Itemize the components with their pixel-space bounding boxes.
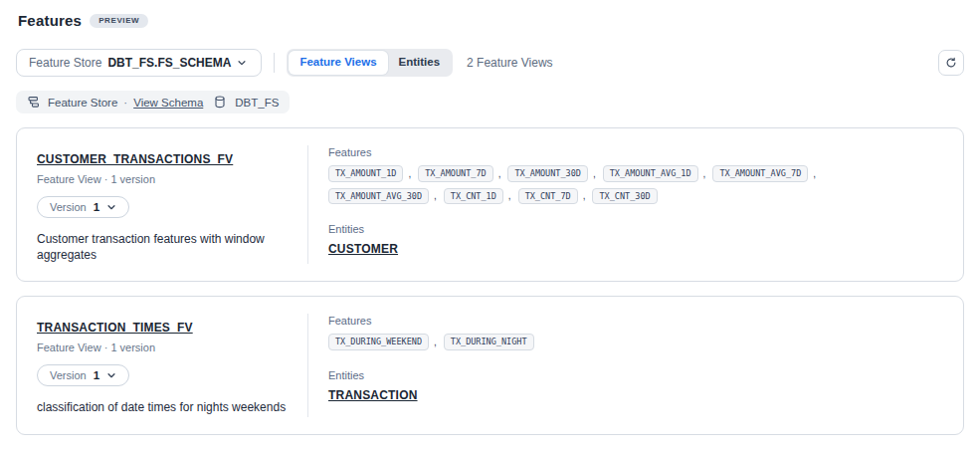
breadcrumb-separator: · — [123, 97, 127, 109]
feature-chip-item: TX_AMOUNT_AVG_1D, — [603, 165, 706, 182]
feature-view-title-link[interactable]: CUSTOMER_TRANSACTIONS_FV — [37, 152, 233, 166]
breadcrumb-database-name: DBT_FS — [235, 97, 279, 109]
tab-entities[interactable]: Entities — [388, 51, 452, 75]
features-section-label: Features — [328, 146, 939, 158]
feature-chip: TX_AMOUNT_7D — [418, 165, 492, 182]
card-details: Features TX_DURING_WEEKEND,TX_DURING_NIG… — [308, 297, 963, 433]
feature-chip: TX_DURING_NIGHT — [444, 334, 534, 350]
card-summary: CUSTOMER_TRANSACTIONS_FV Feature View · … — [17, 128, 307, 281]
chevron-down-icon — [106, 202, 116, 212]
version-selector[interactable]: Version 1 — [37, 364, 129, 386]
chip-separator: , — [434, 337, 437, 347]
feature-chip: TX_AMOUNT_1D — [328, 165, 403, 182]
feature-chip: TX_CNT_30D — [592, 188, 657, 205]
feature-chip-item: TX_AMOUNT_AVG_30D, — [328, 188, 437, 205]
feature-view-title-link[interactable]: TRANSACTION_TIMES_FV — [37, 321, 193, 335]
breadcrumb: Feature Store · View Schema DBT_FS — [16, 91, 290, 114]
feature-chip-item: TX_DURING_WEEKEND, — [328, 334, 437, 350]
chip-separator: , — [703, 168, 706, 179]
feature-chip: TX_CNT_7D — [518, 188, 578, 205]
toolbar-divider — [274, 53, 275, 73]
chip-separator: , — [498, 168, 501, 179]
feature-chip-list: TX_DURING_WEEKEND,TX_DURING_NIGHT — [328, 334, 925, 350]
refresh-button[interactable] — [938, 50, 964, 76]
entities-section: Entities TRANSACTION — [328, 369, 939, 403]
chevron-down-icon — [106, 370, 116, 380]
breadcrumb-store-label: Feature Store — [48, 97, 117, 109]
feature-view-cards: CUSTOMER_TRANSACTIONS_FV Feature View · … — [16, 127, 964, 435]
feature-view-card-transaction-times: TRANSACTION_TIMES_FV Feature View · 1 ve… — [16, 296, 964, 434]
view-schema-link[interactable]: View Schema — [133, 97, 203, 109]
database-icon — [214, 96, 226, 109]
chip-separator: , — [593, 168, 596, 179]
feature-chip: TX_AMOUNT_AVG_7D — [712, 165, 808, 182]
chip-separator: , — [813, 168, 816, 179]
version-value: 1 — [94, 201, 99, 213]
entities-section: Entities CUSTOMER — [328, 223, 939, 257]
feature-chip-item: TX_CNT_30D — [592, 188, 657, 205]
feature-store-hierarchy-icon — [27, 96, 40, 109]
tab-feature-views[interactable]: Feature Views — [289, 51, 387, 75]
chip-separator: , — [434, 190, 437, 201]
chip-separator: , — [583, 190, 586, 201]
feature-chip-list: TX_AMOUNT_1D,TX_AMOUNT_7D,TX_AMOUNT_30D,… — [328, 165, 925, 204]
feature-chip-item: TX_AMOUNT_30D, — [507, 165, 595, 182]
feature-chip: TX_AMOUNT_30D — [507, 165, 588, 182]
toolbar: Feature Store DBT_FS.FS_SCHEMA Feature V… — [16, 49, 964, 77]
feature-chip: TX_DURING_WEEKEND — [328, 334, 429, 350]
feature-chip-item: TX_AMOUNT_AVG_7D, — [712, 165, 816, 182]
page-title: Features — [18, 12, 82, 29]
entities-section-label: Entities — [328, 223, 939, 235]
features-page: Features PREVIEW Feature Store DBT_FS.FS… — [0, 0, 980, 445]
version-label: Version — [50, 201, 87, 213]
chip-separator: , — [508, 190, 511, 201]
feature-views-count: 2 Feature Views — [467, 56, 553, 70]
feature-store-select[interactable]: Feature Store DBT_FS.FS_SCHEMA — [16, 49, 262, 77]
feature-chip-item: TX_DURING_NIGHT — [444, 334, 534, 350]
feature-view-description: classification of date times for nights … — [37, 399, 288, 415]
feature-chip-item: TX_CNT_1D, — [444, 188, 511, 205]
entities-section-label: Entities — [328, 369, 939, 381]
page-header: Features PREVIEW — [18, 12, 964, 29]
feature-chip-item: TX_CNT_7D, — [518, 188, 586, 205]
refresh-icon — [945, 57, 957, 69]
feature-store-select-label: Feature Store — [29, 56, 101, 70]
entity-link[interactable]: CUSTOMER — [328, 242, 398, 256]
feature-chip: TX_AMOUNT_AVG_30D — [328, 188, 429, 205]
card-summary: TRANSACTION_TIMES_FV Feature View · 1 ve… — [17, 297, 307, 433]
feature-view-meta: Feature View · 1 version — [37, 173, 288, 185]
version-selector[interactable]: Version 1 — [37, 196, 129, 218]
preview-badge: PREVIEW — [90, 14, 148, 28]
feature-store-select-value: DBT_FS.FS_SCHEMA — [107, 56, 231, 70]
feature-view-description: Customer transaction features with windo… — [37, 231, 288, 263]
feature-chip: TX_CNT_1D — [444, 188, 503, 205]
feature-chip-item: TX_AMOUNT_1D, — [328, 165, 411, 182]
version-value: 1 — [94, 369, 99, 381]
chip-separator: , — [408, 168, 411, 179]
feature-view-card-customer-transactions: CUSTOMER_TRANSACTIONS_FV Feature View · … — [16, 127, 964, 282]
feature-chip-item: TX_AMOUNT_7D, — [418, 165, 500, 182]
features-section-label: Features — [328, 315, 939, 327]
feature-view-meta: Feature View · 1 version — [37, 341, 288, 353]
card-details: Features TX_AMOUNT_1D,TX_AMOUNT_7D,TX_AM… — [308, 128, 963, 281]
entity-link[interactable]: TRANSACTION — [328, 388, 418, 402]
view-mode-tabs: Feature Views Entities — [287, 49, 453, 77]
version-label: Version — [50, 369, 87, 381]
feature-chip: TX_AMOUNT_AVG_1D — [603, 165, 698, 182]
chevron-down-icon — [237, 58, 247, 68]
